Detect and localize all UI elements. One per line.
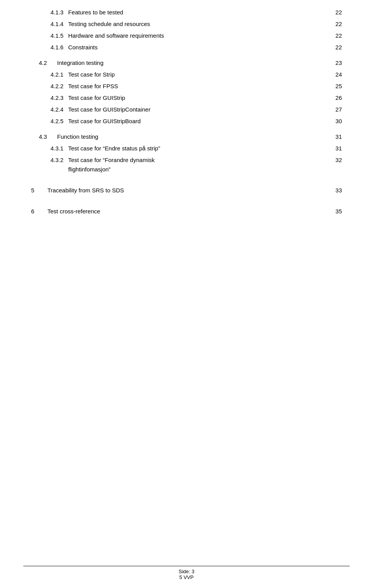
toc-entry-4-1-4: 4.1.4 Testing schedule and resources 22 bbox=[31, 19, 342, 29]
entry-label-line1: Test case for “Forandre dynamisk bbox=[68, 155, 155, 165]
toc-entry-5: 5 Traceability from SRS to SDS 33 bbox=[31, 186, 342, 195]
entry-label: Features to be tested bbox=[68, 8, 123, 17]
toc-entry-4-2-2: 4.2.2 Test case for FPSS 25 bbox=[31, 82, 342, 91]
entry-page: 31 bbox=[326, 144, 342, 153]
entry-number: 6 bbox=[31, 207, 43, 216]
entry-page: 23 bbox=[326, 58, 342, 68]
entry-label: Hardware and software requirements bbox=[68, 31, 164, 40]
entry-label: Traceability from SRS to SDS bbox=[47, 186, 124, 195]
toc-entry-4-3-1: 4.3.1 Test case for “Endre status på str… bbox=[31, 144, 342, 153]
toc-entry-4-3-2: 4.3.2 Test case for “Forandre dynamisk f… bbox=[31, 155, 342, 174]
entry-page: 22 bbox=[326, 31, 342, 40]
entry-number: 4.2.4 bbox=[31, 105, 63, 114]
toc-entry-4-1-6: 4.1.6 Constraints 22 bbox=[31, 43, 342, 52]
page-content: 4.1.3 Features to be tested 22 4.1.4 Tes… bbox=[0, 0, 373, 250]
entry-number: 4.1.6 bbox=[31, 43, 63, 52]
entry-label: Test case for GUIStripContainer bbox=[68, 105, 150, 114]
toc-entry-4-2-4: 4.2.4 Test case for GUIStripContainer 27 bbox=[31, 105, 342, 114]
footer-line1: Side: 3 bbox=[23, 569, 350, 574]
entry-number: 5 bbox=[31, 186, 43, 195]
entry-page: 26 bbox=[326, 93, 342, 103]
entry-label: Constraints bbox=[68, 43, 98, 52]
entry-number: 4.2 bbox=[31, 58, 52, 68]
entry-label: Test case for “Forandre dynamisk flighti… bbox=[68, 155, 155, 174]
toc-entry-4-3: 4.3 Function testing 31 bbox=[31, 132, 342, 141]
page-footer: Side: 3 5 VVP bbox=[23, 566, 350, 580]
entry-label: Test case for “Endre status på strip” bbox=[68, 144, 160, 153]
entry-label: Test cross-reference bbox=[47, 207, 100, 216]
entry-label: Test case for Strip bbox=[68, 70, 115, 79]
entry-number: 4.3.1 bbox=[31, 144, 63, 153]
entry-label: Test case for GUIStripBoard bbox=[68, 117, 141, 126]
entry-number: 4.2.1 bbox=[31, 70, 63, 79]
entry-page: 25 bbox=[326, 82, 342, 91]
entry-label: Testing schedule and resources bbox=[68, 19, 150, 29]
entry-page: 22 bbox=[326, 8, 342, 17]
entry-number: 4.1.3 bbox=[31, 8, 63, 17]
entry-label: Function testing bbox=[57, 132, 98, 141]
toc-entry-4-1-3: 4.1.3 Features to be tested 22 bbox=[31, 8, 342, 17]
footer-line2: 5 VVP bbox=[23, 574, 350, 580]
toc-entry-4-2-5: 4.2.5 Test case for GUIStripBoard 30 bbox=[31, 117, 342, 126]
entry-number: 4.1.4 bbox=[31, 19, 63, 29]
toc-entry-6: 6 Test cross-reference 35 bbox=[31, 207, 342, 216]
toc-entry-4-1-5: 4.1.5 Hardware and software requirements… bbox=[31, 31, 342, 40]
entry-page: 35 bbox=[326, 207, 342, 216]
entry-page: 22 bbox=[326, 43, 342, 52]
entry-page: 30 bbox=[326, 117, 342, 126]
entry-page: 32 bbox=[326, 155, 342, 165]
entry-label-line2: flightinfomasjon” bbox=[68, 165, 155, 174]
entry-page: 27 bbox=[326, 105, 342, 114]
entry-page: 33 bbox=[326, 186, 342, 195]
toc-entry-4-2: 4.2 Integration testing 23 bbox=[31, 58, 342, 68]
entry-number: 4.2.2 bbox=[31, 82, 63, 91]
entry-page: 22 bbox=[326, 19, 342, 29]
entry-label: Integration testing bbox=[57, 58, 103, 68]
entry-number: 4.3 bbox=[31, 132, 52, 141]
entry-label: Test case for GUIStrip bbox=[68, 93, 125, 103]
entry-label: Test case for FPSS bbox=[68, 82, 118, 91]
toc-entry-4-2-1: 4.2.1 Test case for Strip 24 bbox=[31, 70, 342, 79]
entry-number: 4.2.3 bbox=[31, 93, 63, 103]
entry-number: 4.1.5 bbox=[31, 31, 63, 40]
entry-number: 4.3.2 bbox=[31, 155, 63, 165]
entry-page: 31 bbox=[326, 132, 342, 141]
toc-entry-4-2-3: 4.2.3 Test case for GUIStrip 26 bbox=[31, 93, 342, 103]
entry-number: 4.2.5 bbox=[31, 117, 63, 126]
entry-page: 24 bbox=[326, 70, 342, 79]
